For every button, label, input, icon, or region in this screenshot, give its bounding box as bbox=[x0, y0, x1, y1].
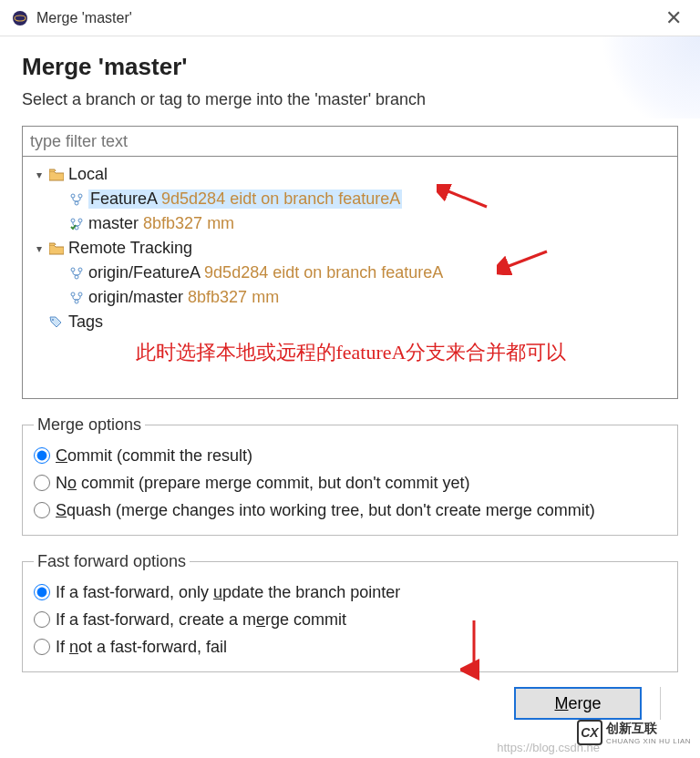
svg-point-11 bbox=[71, 292, 75, 296]
watermark: CX 创新互联 CHUANG XIN HU LIAN bbox=[577, 720, 691, 745]
radio-squash-input[interactable] bbox=[34, 502, 50, 518]
radio-commit[interactable]: Commit (commit the result) bbox=[34, 442, 666, 469]
selected-branch-text: FeatureA 9d5d284 eidt on branch featureA bbox=[88, 190, 402, 209]
branch-icon bbox=[68, 290, 85, 306]
svg-point-2 bbox=[71, 194, 75, 198]
tree-item-featurea[interactable]: FeatureA 9d5d284 eidt on branch featureA bbox=[28, 187, 672, 211]
tags-icon bbox=[48, 314, 65, 331]
merge-options-legend: Merge options bbox=[34, 415, 145, 435]
filter-input[interactable] bbox=[22, 126, 678, 157]
svg-point-4 bbox=[75, 201, 78, 205]
annotation-text: 此时选择本地或远程的featureA分支来合并都可以 bbox=[77, 339, 624, 366]
branch-icon bbox=[68, 191, 85, 208]
radio-ff-merge-commit[interactable]: If a fast-forward, create a merge commit bbox=[34, 606, 666, 633]
radio-squash[interactable]: Squash (merge changes into working tree,… bbox=[34, 497, 666, 524]
svg-point-12 bbox=[78, 292, 82, 296]
tree-item-origin-master[interactable]: origin/master 8bfb327 mm bbox=[28, 285, 672, 310]
close-icon[interactable]: ✕ bbox=[658, 6, 689, 30]
tree-label: Tags bbox=[68, 312, 103, 332]
tree-node-local[interactable]: ▾ Local bbox=[28, 162, 672, 187]
merge-button[interactable]: Merge bbox=[514, 687, 642, 720]
svg-point-9 bbox=[78, 268, 82, 271]
title-bar: Merge 'master' ✕ bbox=[0, 0, 700, 36]
watermark-text: 创新互联 bbox=[606, 721, 691, 737]
svg-point-5 bbox=[71, 219, 75, 222]
button-divider bbox=[660, 687, 678, 720]
radio-ff-merge-commit-input[interactable] bbox=[34, 611, 50, 628]
radio-commit-input[interactable] bbox=[34, 447, 50, 464]
svg-point-8 bbox=[71, 268, 75, 271]
dialog-subtitle: Select a branch or tag to merge into the… bbox=[22, 90, 678, 109]
svg-point-3 bbox=[78, 194, 82, 198]
eclipse-icon bbox=[11, 9, 29, 27]
branch-text: origin/FeatureA 9d5d284 eidt on branch f… bbox=[88, 263, 443, 282]
chevron-down-icon[interactable]: ▾ bbox=[32, 169, 46, 181]
svg-point-14 bbox=[52, 319, 54, 321]
dialog-button-row: Merge bbox=[0, 672, 700, 720]
radio-ff-fail-input[interactable] bbox=[34, 639, 50, 655]
watermark-subtext: CHUANG XIN HU LIAN bbox=[606, 737, 691, 745]
tree-node-tags[interactable]: Tags bbox=[28, 310, 672, 334]
checked-out-branch-icon bbox=[68, 216, 85, 232]
watermark-logo-icon: CX bbox=[577, 720, 602, 745]
chevron-down-icon[interactable]: ▾ bbox=[32, 242, 46, 255]
svg-point-6 bbox=[78, 219, 82, 222]
dialog-header: Merge 'master' Select a branch or tag to… bbox=[0, 36, 700, 126]
dialog-title: Merge 'master' bbox=[22, 53, 678, 81]
ff-options-legend: Fast forward options bbox=[34, 552, 190, 571]
tree-node-remote[interactable]: ▾ Remote Tracking bbox=[28, 236, 672, 261]
radio-ff-fail[interactable]: If not a fast-forward, fail bbox=[34, 633, 666, 661]
folder-open-icon bbox=[48, 241, 65, 257]
tree-label: Local bbox=[68, 165, 108, 184]
branch-tree[interactable]: ▾ Local FeatureA 9d5d284 eidt on branch … bbox=[22, 157, 678, 399]
svg-point-10 bbox=[75, 275, 78, 279]
folder-open-icon bbox=[48, 167, 65, 183]
branch-icon bbox=[68, 265, 85, 282]
radio-ff-update-input[interactable] bbox=[34, 584, 50, 600]
radio-no-commit-input[interactable] bbox=[34, 475, 50, 491]
tree-label: Remote Tracking bbox=[68, 239, 192, 258]
fast-forward-options-group: Fast forward options If a fast-forward, … bbox=[22, 552, 678, 672]
tree-item-origin-featurea[interactable]: origin/FeatureA 9d5d284 eidt on branch f… bbox=[28, 261, 672, 285]
branch-text: master 8bfb327 mm bbox=[88, 214, 234, 233]
tree-item-master[interactable]: master 8bfb327 mm bbox=[28, 211, 672, 236]
window-title: Merge 'master' bbox=[36, 10, 658, 26]
branch-text: origin/master 8bfb327 mm bbox=[88, 288, 279, 307]
svg-point-13 bbox=[75, 300, 78, 303]
merge-options-group: Merge options Commit (commit the result)… bbox=[22, 415, 678, 536]
radio-ff-update[interactable]: If a fast-forward, only update the branc… bbox=[34, 579, 666, 606]
radio-no-commit[interactable]: No o commit (prepare merge commit, but d… bbox=[34, 469, 666, 497]
